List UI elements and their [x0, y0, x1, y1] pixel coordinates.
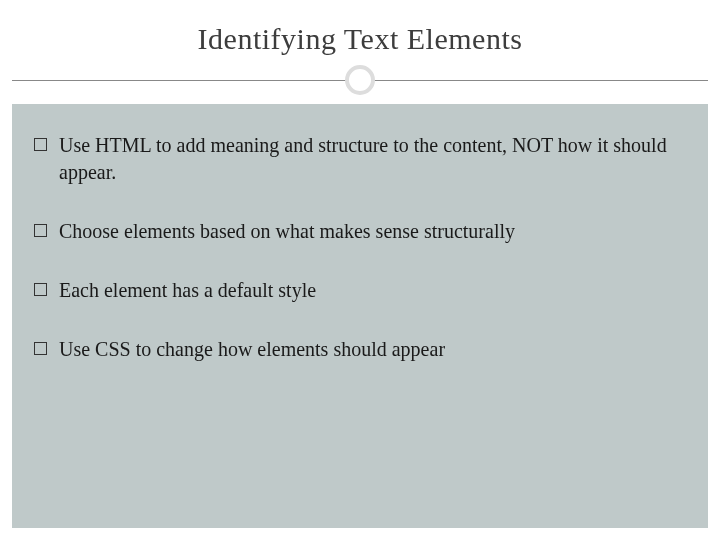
list-item: Each element has a default style [34, 277, 686, 304]
bullet-text: Use HTML to add meaning and structure to… [59, 132, 686, 186]
slide-title: Identifying Text Elements [0, 22, 720, 56]
bullet-text: Each element has a default style [59, 277, 686, 304]
content-box: Use HTML to add meaning and structure to… [12, 104, 708, 528]
square-bullet-icon [34, 138, 47, 151]
list-item: Choose elements based on what makes sens… [34, 218, 686, 245]
list-item: Use HTML to add meaning and structure to… [34, 132, 686, 186]
bullet-text: Use CSS to change how elements should ap… [59, 336, 686, 363]
square-bullet-icon [34, 224, 47, 237]
square-bullet-icon [34, 342, 47, 355]
divider-ring-icon [345, 65, 375, 95]
list-item: Use CSS to change how elements should ap… [34, 336, 686, 363]
bullet-text: Choose elements based on what makes sens… [59, 218, 686, 245]
square-bullet-icon [34, 283, 47, 296]
slide: Identifying Text Elements Use HTML to ad… [0, 0, 720, 540]
